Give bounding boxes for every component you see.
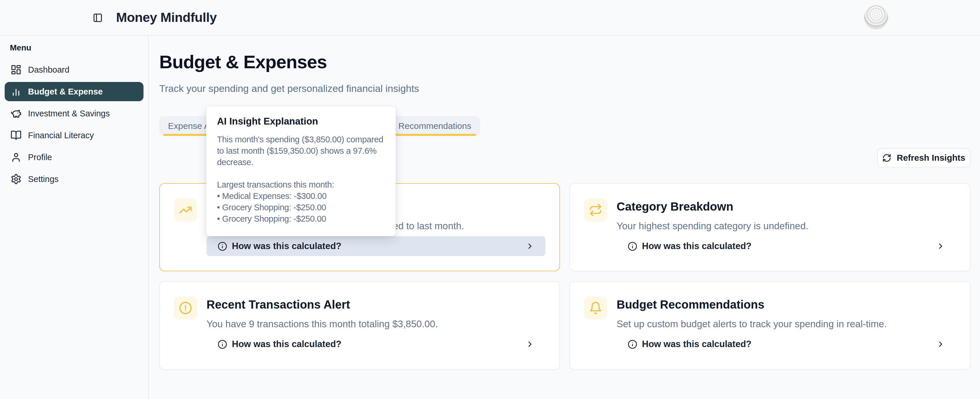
bell-icon [584, 296, 607, 320]
card-category-breakdown: Category Breakdown Your highest spending… [570, 183, 970, 271]
sidebar-item-label: Profile [28, 153, 52, 162]
sidebar-item-investment-savings[interactable]: Investment & Savings [5, 104, 143, 123]
sidebar-item-label: Dashboard [28, 65, 69, 75]
menu-section-label: Menu [10, 43, 143, 52]
sidebar-item-profile[interactable]: Profile [5, 148, 143, 167]
trending-up-icon [174, 198, 197, 222]
user-icon [11, 152, 22, 163]
app-title: Money Mindfully [116, 10, 217, 25]
chevron-right-icon [526, 340, 535, 348]
page-title: Budget & Expenses [159, 51, 327, 72]
card-subtitle: Set up custom budget alerts to track you… [617, 318, 887, 329]
tooltip-title: AI Insight Explanation [217, 116, 385, 127]
info-icon [628, 242, 637, 251]
alert-circle-icon [174, 296, 197, 320]
how-calculated-row[interactable]: How was this calculated? [207, 236, 546, 256]
card-title: Recent Transactions Alert [207, 298, 350, 311]
bar-chart-icon [11, 86, 22, 97]
ai-insight-tooltip: AI Insight Explanation This month's spen… [206, 106, 396, 236]
sidebar-item-dashboard[interactable]: Dashboard [5, 60, 143, 79]
chevron-right-icon [526, 242, 535, 251]
repeat-icon [584, 198, 607, 222]
refresh-insights-button[interactable]: Refresh Insights [877, 148, 970, 167]
info-icon [628, 340, 637, 349]
refresh-icon [882, 153, 891, 162]
sidebar-item-financial-literacy[interactable]: Financial Literacy [5, 126, 143, 145]
how-calculated-label: How was this calculated? [642, 339, 752, 350]
gear-icon [11, 173, 22, 184]
sidebar-item-label: Budget & Expense [28, 87, 103, 97]
avatar[interactable] [864, 5, 888, 29]
how-calculated-row[interactable]: How was this calculated? [617, 236, 956, 256]
info-icon [218, 340, 227, 349]
tooltip-transactions: Largest transactions this month: • Medic… [217, 179, 385, 224]
how-calculated-row[interactable]: How was this calculated? [207, 334, 546, 354]
sidebar-item-budget-expense[interactable]: Budget & Expense [5, 82, 143, 101]
sidebar-toggle-button[interactable] [93, 13, 103, 23]
sidebar-item-label: Financial Literacy [28, 131, 94, 140]
card-title: Budget Recommendations [617, 298, 764, 311]
card-budget-recommendations: Budget Recommendations Set up custom bud… [570, 281, 970, 370]
card-subtitle: Your highest spending category is undefi… [617, 221, 808, 232]
sidebar-item-settings[interactable]: Settings [5, 170, 143, 189]
sidebar-item-label: Settings [28, 175, 59, 184]
tooltip-body: This month's spending ($3,850.00) compar… [217, 134, 385, 168]
book-open-icon [11, 130, 22, 141]
dashboard-icon [11, 64, 22, 75]
how-calculated-row[interactable]: How was this calculated? [617, 334, 956, 354]
sidebar-item-label: Investment & Savings [28, 109, 110, 118]
refresh-insights-label: Refresh Insights [897, 153, 965, 163]
chevron-right-icon [936, 340, 945, 348]
sidebar: Menu Dashboard Budget & Expense Investme… [0, 36, 149, 399]
how-calculated-label: How was this calculated? [232, 339, 342, 350]
piggy-bank-icon [11, 108, 22, 119]
page-subtitle: Track your spending and get personalized… [159, 83, 419, 94]
card-subtitle: You have 9 transactions this month total… [207, 318, 438, 329]
panel-left-icon [93, 13, 103, 23]
info-icon [218, 242, 227, 251]
chevron-right-icon [936, 242, 945, 251]
card-title: Category Breakdown [617, 200, 733, 213]
app-header: Money Mindfully [0, 0, 980, 36]
how-calculated-label: How was this calculated? [642, 241, 752, 251]
card-recent-transactions-alert: Recent Transactions Alert You have 9 tra… [159, 281, 560, 370]
how-calculated-label: How was this calculated? [232, 241, 342, 251]
